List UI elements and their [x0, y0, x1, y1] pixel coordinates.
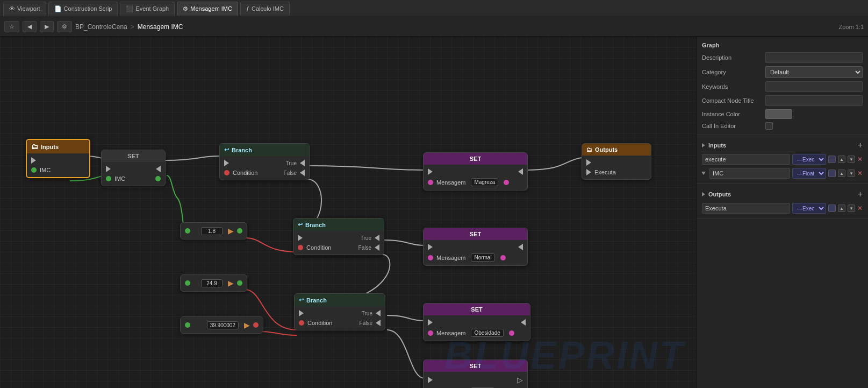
inputs-expand-icon[interactable]	[702, 143, 705, 147]
executa-pin-controls: —Exec ▲ ▼ ✕	[702, 203, 863, 214]
settings-button[interactable]: ⚙	[57, 21, 72, 32]
tab-viewport[interactable]: 👁 Viewport	[3, 2, 46, 16]
set-magreza-header: SET	[424, 153, 527, 165]
branch1-false-out	[300, 170, 305, 176]
inputs-add-button[interactable]: +	[858, 140, 863, 150]
tab-construction[interactable]: 📄 Construction Scrip	[48, 2, 118, 16]
val3-row: 39.900002 ▶	[181, 319, 263, 331]
canvas[interactable]: 🗂 Inputs IMC SET	[0, 37, 696, 388]
executa-pin-delete[interactable]: ✕	[857, 204, 863, 212]
node-outputs[interactable]: 🗂 Outputs Executa	[582, 143, 651, 180]
branch2-cond-row: Condition False	[293, 243, 384, 252]
node-set-magreza[interactable]: SET Mensagem Magreza	[423, 152, 528, 191]
forward-button[interactable]: ▶	[40, 21, 54, 32]
set-obesidade-body: Mensagem Obesidade	[424, 315, 530, 341]
so-value[interactable]: Obesidade	[471, 329, 503, 337]
main-layout: 🗂 Inputs IMC SET	[0, 37, 868, 388]
set-magreza-body: Mensagem Magreza	[424, 165, 527, 190]
node-set-normal[interactable]: SET Mensagem Normal	[423, 228, 528, 266]
node-branch3[interactable]: ↩ Branch True Condition False	[294, 293, 385, 330]
node-branch1[interactable]: ↩ Branch True Condition False	[219, 143, 310, 180]
imc-pin-up[interactable]: ▲	[838, 170, 845, 177]
instance-color-swatch[interactable]	[765, 109, 792, 119]
sm-exec-in	[428, 168, 433, 175]
val2-out	[237, 280, 242, 286]
val3-box[interactable]: 39.900002	[207, 321, 239, 329]
node-set1[interactable]: SET IMC	[101, 150, 166, 186]
instance-color-row: Instance Color	[702, 108, 863, 121]
imc-pin-down[interactable]: ▼	[848, 170, 855, 177]
node-inputs[interactable]: 🗂 Inputs IMC	[26, 139, 90, 178]
execute-pin-down[interactable]: ▼	[848, 156, 855, 163]
val2-row: 24.9 ▶	[181, 277, 247, 289]
outputs-exec-row	[582, 158, 651, 167]
connections-svg	[0, 37, 696, 388]
executa-pin-up[interactable]: ▲	[838, 204, 845, 212]
branch2-exec-in	[298, 235, 303, 241]
category-label: Category	[702, 69, 761, 75]
branch2-cond-pin	[298, 245, 303, 250]
tab-mensagem[interactable]: ⚙ Mensagem IMC	[177, 2, 238, 16]
back-button[interactable]: ◀	[23, 21, 37, 32]
description-label: Description	[702, 54, 761, 61]
node-set-obesidade[interactable]: SET Mensagem Obesidade	[423, 303, 530, 341]
sn-exec-in	[428, 244, 433, 250]
tab-event[interactable]: ⬛ Event Graph	[120, 2, 175, 16]
set-normal-exec-row	[424, 242, 527, 252]
keywords-label: Keywords	[702, 83, 761, 90]
node-val3[interactable]: 39.900002 ▶	[180, 316, 263, 334]
execute-pin-type-select[interactable]: —Exec	[792, 154, 826, 165]
execute-pin-name-input[interactable]	[702, 154, 790, 165]
call-in-editor-checkbox[interactable]	[765, 122, 773, 130]
description-input[interactable]	[765, 52, 863, 63]
outputs-section: Outputs + —Exec ▲ ▼ ✕	[697, 184, 868, 219]
imc-pin-expand[interactable]	[701, 172, 706, 175]
execute-pin-color	[828, 156, 836, 163]
outputs-add-button[interactable]: +	[858, 189, 863, 199]
set-magreza-exec-row	[424, 167, 527, 177]
branch3-body: True Condition False	[295, 306, 385, 330]
set-obesidade-header: SET	[424, 304, 530, 315]
branch1-exec-in	[224, 160, 229, 166]
executa-pin-type-select[interactable]: —Exec	[792, 203, 826, 214]
sn-value[interactable]: Normal	[471, 253, 494, 262]
val3-out	[253, 322, 259, 328]
outputs-expand-icon[interactable]	[702, 192, 705, 196]
keywords-input[interactable]	[765, 81, 863, 92]
category-select[interactable]: Default	[765, 66, 863, 78]
node-set-morreu[interactable]: SET ▷ Mensagem Morreu	[423, 359, 528, 388]
val1-box[interactable]: 1.8	[201, 227, 223, 235]
mensagem-icon: ⚙	[183, 5, 188, 12]
imc-pin-delete[interactable]: ✕	[857, 170, 863, 177]
breadcrumb-bar: ☆ ◀ ▶ ⚙ BP_ControleCena > Mensagem IMC Z…	[0, 17, 868, 37]
imc-pin-color	[828, 170, 836, 177]
val2-body: 24.9 ▶	[181, 275, 247, 291]
star-button[interactable]: ☆	[4, 21, 19, 32]
set1-exec-out	[156, 166, 161, 172]
node-val1[interactable]: 1.8 ▶	[180, 222, 247, 239]
right-panel: Graph Description Category Default Keywo…	[696, 37, 868, 388]
execute-pin-up[interactable]: ▲	[838, 156, 845, 163]
instance-color-label: Instance Color	[702, 111, 761, 117]
node-branch2[interactable]: ↩ Branch True Condition False	[293, 218, 384, 255]
graph-section-title: Graph	[702, 40, 863, 51]
outputs-executa-in	[586, 169, 591, 175]
executa-pin-down[interactable]: ▼	[848, 204, 855, 212]
zoom-label: Zoom 1:1	[839, 24, 864, 30]
sm-value[interactable]: Magreza	[471, 178, 498, 186]
branch1-exec-row: True	[220, 158, 309, 168]
input-pin-execute-row: —Exec ▲ ▼ ✕	[702, 152, 863, 166]
val2-box[interactable]: 24.9	[201, 279, 223, 287]
imc-pin-type-select[interactable]: —Float	[792, 168, 826, 179]
compact-node-title-input[interactable]	[765, 95, 863, 106]
imc-pin-name-input[interactable]	[709, 168, 790, 179]
node-val2[interactable]: 24.9 ▶	[180, 274, 247, 292]
inputs-section: Inputs + —Exec ▲ ▼ ✕	[697, 135, 868, 184]
executa-pin-name-input[interactable]	[702, 203, 790, 214]
call-in-editor-label: Call In Editor	[702, 123, 761, 129]
val3-body: 39.900002 ▶	[181, 317, 263, 333]
compact-node-title-label: Compact Node Title	[702, 97, 761, 104]
execute-pin-delete[interactable]: ✕	[857, 156, 863, 163]
set1-imc-out	[155, 176, 161, 181]
tab-calculo[interactable]: ƒ Calculo IMC	[240, 2, 290, 16]
